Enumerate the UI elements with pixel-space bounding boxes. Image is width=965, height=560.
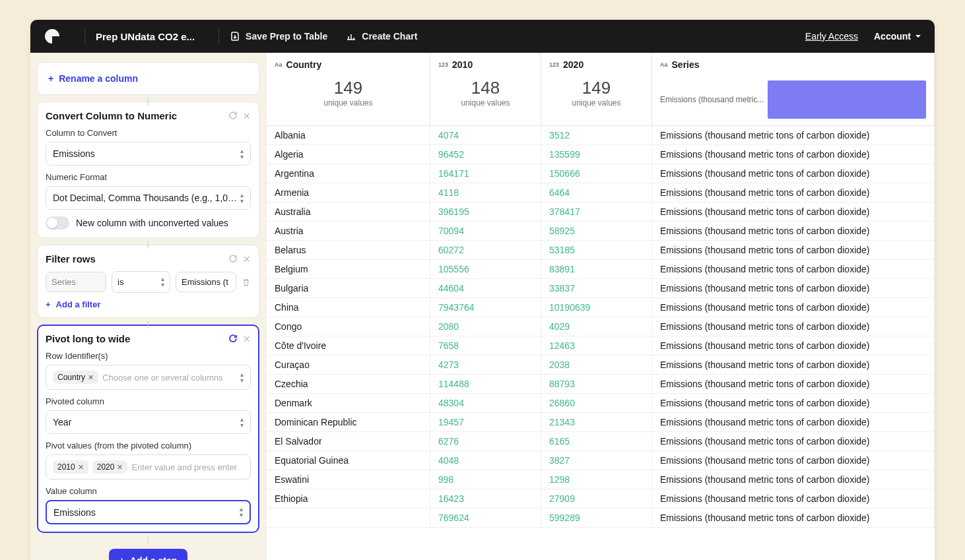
table-row[interactable]: Australia396195378417Emissions (thousand… — [267, 202, 935, 222]
cell-series: Emissions (thousand metric tons of carbo… — [652, 509, 935, 527]
numeric-format-select[interactable]: Dot Decimal, Comma Thousands (e.g., 1,00… — [46, 186, 251, 210]
table-row[interactable]: Armenia41186464Emissions (thousand metri… — [267, 183, 935, 202]
value-col-select[interactable]: Emissions ▴▾ — [46, 500, 251, 524]
col-convert-value: Emissions — [53, 148, 95, 159]
chip-remove-icon[interactable]: ✕ — [117, 463, 123, 472]
close-icon[interactable]: ✕ — [243, 111, 251, 121]
row-id-select[interactable]: Country ✕ Choose one or several columns … — [46, 365, 251, 390]
table-row[interactable]: Albania40743512Emissions (thousand metri… — [267, 126, 935, 145]
cell-2010: 4074 — [430, 126, 541, 144]
rename-column-card[interactable]: + Rename a column — [37, 62, 259, 95]
table-row[interactable]: Eswatini9981298Emissions (thousand metri… — [267, 470, 935, 489]
refresh-icon[interactable] — [228, 111, 238, 121]
filter-op-select[interactable]: is ▴▾ — [112, 271, 170, 293]
col-convert-label: Column to Convert — [46, 128, 251, 138]
pivot-chip-2010[interactable]: 2010 ✕ — [53, 460, 88, 474]
close-icon[interactable]: ✕ — [243, 334, 251, 344]
cell-2020: 26860 — [541, 394, 652, 412]
cell-series: Emissions (thousand metric tons of carbo… — [652, 336, 935, 355]
cell-series: Emissions (thousand metric tons of carbo… — [652, 298, 935, 317]
col-2010-label[interactable]: 2010 — [452, 59, 473, 70]
cell-2010: 4273 — [430, 356, 541, 374]
updown-icon: ▴▾ — [240, 417, 244, 428]
filter-field[interactable]: Series — [46, 272, 106, 292]
col-country-label[interactable]: Country — [286, 59, 322, 70]
cell-2010: 396195 — [430, 202, 541, 221]
cell-2020: 12463 — [541, 336, 652, 355]
cell-series: Emissions (thousand metric tons of carbo… — [652, 413, 935, 431]
pivot-chip-2020[interactable]: 2020 ✕ — [92, 460, 128, 474]
table-row[interactable]: China794376410190639Emissions (thousand … — [267, 298, 935, 317]
app-logo[interactable] — [44, 28, 61, 45]
cell-series: Emissions (thousand metric tons of carbo… — [652, 451, 935, 470]
table-row[interactable]: Belgium10555683891Emissions (thousand me… — [267, 260, 935, 279]
chip-label: 2020 — [97, 462, 115, 472]
pivot-values-input[interactable]: 2010 ✕ 2020 ✕ Enter value and press ente… — [46, 454, 251, 480]
updown-icon: ▴▾ — [240, 507, 243, 518]
early-access-link[interactable]: Early Access — [805, 31, 858, 42]
col-series-label[interactable]: Series — [672, 59, 700, 70]
cell-2010: 2080 — [430, 317, 541, 336]
cell-country: Algeria — [267, 145, 430, 164]
col-country-stat-label: unique values — [275, 98, 422, 108]
table-row[interactable]: Curaçao42732038Emissions (thousand metri… — [267, 356, 935, 375]
add-filter-button[interactable]: + Add a filter — [46, 299, 251, 309]
cell-2020: 3827 — [541, 451, 652, 470]
col-2020-label[interactable]: 2020 — [563, 59, 583, 70]
cell-2020: 150666 — [541, 164, 652, 183]
chip-remove-icon[interactable]: ✕ — [78, 463, 84, 472]
numeric-format-label: Numeric Format — [46, 172, 251, 182]
filter-value[interactable]: Emissions (t — [176, 272, 236, 292]
row-id-chip[interactable]: Country ✕ — [53, 371, 98, 384]
cell-series: Emissions (thousand metric tons of carbo… — [652, 470, 935, 489]
cell-2010: 48304 — [430, 394, 541, 412]
pivoted-col-label: Pivoted column — [46, 396, 251, 406]
close-icon[interactable]: ✕ — [243, 254, 251, 264]
cell-2010: 105556 — [430, 260, 541, 278]
account-menu[interactable]: Account — [874, 31, 921, 42]
table-row[interactable]: Côte d'Ivoire765812463Emissions (thousan… — [267, 336, 935, 356]
table-row[interactable]: 769624599289Emissions (thousand metric t… — [267, 509, 935, 528]
table-row[interactable]: Argentina164171150666Emissions (thousand… — [267, 164, 935, 183]
cell-country: Ethiopia — [267, 489, 430, 508]
cell-country: Côte d'Ivoire — [267, 336, 430, 355]
table-row[interactable]: Austria7009458925Emissions (thousand met… — [267, 222, 935, 241]
cell-2020: 10190639 — [541, 298, 652, 317]
pivot-card: Pivot long to wide ✕ Row Identifier(s) C… — [37, 325, 259, 533]
pivoted-col-value: Year — [53, 417, 71, 427]
table-row[interactable]: Denmark4830426860Emissions (thousand met… — [267, 394, 935, 413]
table-row[interactable]: Dominican Republic1945721343Emissions (t… — [267, 413, 935, 432]
table-row[interactable]: El Salvador62766165Emissions (thousand m… — [267, 432, 935, 451]
cell-series: Emissions (thousand metric tons of carbo… — [652, 356, 935, 374]
plus-icon: + — [46, 299, 51, 309]
cell-country: Belgium — [267, 260, 430, 278]
save-label: Save Prep to Table — [246, 31, 327, 42]
col-convert-select[interactable]: Emissions ▴▾ — [46, 142, 251, 166]
refresh-icon[interactable] — [228, 254, 238, 264]
chip-remove-icon[interactable]: ✕ — [88, 373, 94, 382]
create-chart-button[interactable]: Create Chart — [346, 31, 417, 42]
save-prep-button[interactable]: Save Prep to Table — [230, 31, 327, 42]
table-row[interactable]: Ethiopia1642327909Emissions (thousand me… — [267, 489, 935, 509]
table-row[interactable]: Algeria96452135599Emissions (thousand me… — [267, 145, 935, 164]
table-row[interactable]: Bulgaria4460433837Emissions (thousand me… — [267, 279, 935, 298]
updown-icon: ▴▾ — [240, 372, 244, 383]
series-preview-text: Emissions (thousand metric... — [660, 95, 764, 104]
updown-icon: ▴▾ — [240, 148, 244, 160]
doc-title[interactable]: Prep UNdata CO2 e... — [96, 31, 195, 42]
table-row[interactable]: Belarus6027253185Emissions (thousand met… — [267, 241, 935, 260]
add-step-button[interactable]: + Add a step — [109, 549, 188, 560]
table-row[interactable]: Congo20804029Emissions (thousand metric … — [267, 317, 935, 336]
value-col-label: Value column — [46, 486, 251, 496]
pivoted-col-select[interactable]: Year ▴▾ — [46, 410, 251, 434]
cell-series: Emissions (thousand metric tons of carbo… — [652, 183, 935, 202]
table-row[interactable]: Czechia11448888793Emissions (thousand me… — [267, 375, 935, 394]
table-row[interactable]: Equatorial Guinea40483827Emissions (thou… — [267, 451, 935, 470]
trash-icon[interactable] — [242, 278, 251, 287]
refresh-icon[interactable] — [228, 334, 238, 344]
cell-country: Bulgaria — [267, 279, 430, 297]
cell-series: Emissions (thousand metric tons of carbo… — [652, 260, 935, 278]
rename-label: Rename a column — [59, 73, 138, 84]
unconverted-toggle[interactable] — [46, 216, 69, 230]
cell-series: Emissions (thousand metric tons of carbo… — [652, 279, 935, 297]
